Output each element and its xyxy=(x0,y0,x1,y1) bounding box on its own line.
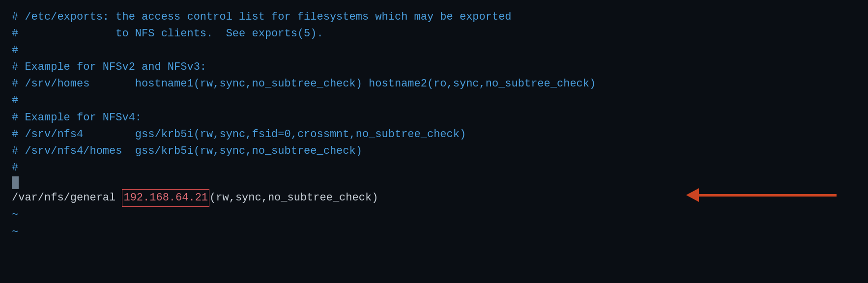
tilde-line-1: ~ xyxy=(12,207,856,224)
export-options: (rw,sync,no_subtree_check) xyxy=(209,190,378,206)
cursor-block xyxy=(12,176,19,189)
tilde-line-2: ~ xyxy=(12,224,856,241)
cursor-line xyxy=(12,176,856,189)
comment-line-1: # /etc/exports: the access control list … xyxy=(12,9,856,26)
comment-line-9: # /srv/nfs4/homes gss/krb5i(rw,sync,no_s… xyxy=(12,143,856,160)
export-path: /var/nfs/general xyxy=(12,190,122,206)
comment-line-10: # xyxy=(12,160,856,176)
comment-line-2: # to NFS clients. See exports(5). xyxy=(12,26,856,42)
comment-line-5: # /srv/homes hostname1(rw,sync,no_subtre… xyxy=(12,76,856,92)
comment-line-3: # xyxy=(12,42,856,59)
content-area: # /etc/exports: the access control list … xyxy=(12,9,856,241)
comment-line-6: # xyxy=(12,92,856,109)
terminal: # /etc/exports: the access control list … xyxy=(0,0,868,283)
comment-line-8: # /srv/nfs4 gss/krb5i(rw,sync,fsid=0,cro… xyxy=(12,126,856,143)
comment-line-7: # Example for NFSv4: xyxy=(12,110,856,126)
export-line: /var/nfs/general 192.168.64.21(rw,sync,n… xyxy=(12,189,856,207)
export-ip: 192.168.64.21 xyxy=(122,189,209,207)
comment-line-4: # Example for NFSv2 and NFSv3: xyxy=(12,59,856,76)
